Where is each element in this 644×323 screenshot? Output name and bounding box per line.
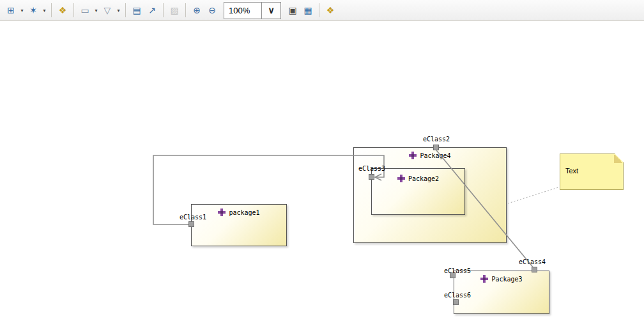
- zoom-combobox[interactable]: 100% ∨: [224, 2, 281, 19]
- pin-elements-button[interactable]: ❖: [55, 3, 70, 18]
- port-eclass4[interactable]: [532, 267, 537, 272]
- arrange-icon: ⊞: [7, 6, 15, 15]
- toolbar: ⊞ ▾ ✶ ▾ ❖ ▭ ▾ ▽ ▾ ▤ ↗ ▨ ⊕ ⊖ 100% ∨ ▣ ▦: [0, 0, 644, 21]
- paste-button[interactable]: ▨: [167, 3, 182, 18]
- epackage-icon: [409, 152, 417, 159]
- port-label-eclass2: eClass2: [423, 136, 450, 143]
- zoom-in-button[interactable]: ⊕: [189, 3, 204, 18]
- node-title: Package2: [372, 175, 464, 182]
- align-dropdown-chevron-icon[interactable]: ▾: [41, 3, 48, 18]
- paste-icon: ▨: [170, 6, 178, 15]
- zoom-in-icon: ⊕: [193, 6, 201, 15]
- copy-image-icon: ↗: [148, 6, 156, 15]
- align-button[interactable]: ✶: [26, 3, 41, 18]
- port-eclass6[interactable]: [453, 299, 459, 305]
- zoom-out-button[interactable]: ⊖: [204, 3, 220, 18]
- node-title: Package3: [454, 275, 549, 283]
- toolbar-separator: [185, 3, 186, 17]
- snapshot-button[interactable]: ▣: [285, 3, 300, 18]
- toolbar-separator: [125, 3, 126, 17]
- arrange-button[interactable]: ⊞: [3, 3, 19, 18]
- container-icon: ▭: [80, 6, 89, 15]
- arrange-dropdown-chevron-icon[interactable]: ▾: [19, 3, 26, 18]
- toolbar-separator: [73, 3, 74, 17]
- toolbar-separator: [51, 3, 52, 17]
- epackage-icon: [480, 275, 488, 283]
- node-label: Package4: [420, 152, 450, 159]
- filters-button[interactable]: ▽: [100, 3, 115, 18]
- pin-icon: ❖: [59, 6, 67, 15]
- export-as-image-button[interactable]: ▤: [129, 3, 144, 18]
- show-container-button[interactable]: ▭: [77, 3, 93, 18]
- node-package1[interactable]: package1: [191, 204, 287, 246]
- port-label-eclass5: eClass5: [444, 267, 471, 274]
- toolbar-separator: [163, 3, 164, 17]
- filters-dropdown-chevron-icon[interactable]: ▾: [115, 3, 122, 18]
- pin-elements-button-2[interactable]: ❖: [323, 3, 338, 18]
- port-eclass2[interactable]: [433, 145, 439, 150]
- zoom-level-value[interactable]: 100%: [224, 3, 261, 19]
- export-image-icon: ▤: [132, 6, 141, 15]
- camera-icon: ▣: [288, 6, 296, 15]
- port-eclass1[interactable]: [188, 221, 194, 227]
- epackage-icon: [218, 209, 226, 216]
- epackage-icon: [397, 175, 405, 182]
- note-text: Text: [565, 167, 578, 175]
- grid-icon: ▦: [303, 6, 312, 15]
- node-label: Package2: [408, 175, 439, 182]
- port-label-eclass6: eClass6: [444, 292, 471, 299]
- copy-to-image-button[interactable]: ↗: [144, 3, 160, 18]
- port-label-eclass1: eClass1: [180, 214, 206, 221]
- filter-icon: ▽: [104, 6, 111, 15]
- node-package4-container[interactable]: Package4 Package2: [353, 147, 507, 243]
- node-package2[interactable]: Package2: [371, 168, 465, 215]
- node-title: Package4: [354, 152, 506, 159]
- align-icon: ✶: [29, 6, 37, 15]
- port-label-eclass3: eClass3: [358, 165, 385, 172]
- pin-icon: ❖: [326, 6, 335, 15]
- node-label: Package3: [491, 276, 522, 283]
- port-eclass3[interactable]: [369, 174, 374, 180]
- zoom-dropdown-button[interactable]: ∨: [261, 3, 280, 19]
- note[interactable]: Text: [560, 154, 624, 190]
- grid-export-button[interactable]: ▦: [300, 3, 316, 18]
- toolbar-separator: [319, 3, 319, 17]
- container-dropdown-chevron-icon[interactable]: ▾: [93, 3, 100, 18]
- port-label-eclass4: eClass4: [519, 258, 546, 265]
- node-label: package1: [229, 209, 259, 216]
- zoom-out-icon: ⊖: [208, 6, 216, 15]
